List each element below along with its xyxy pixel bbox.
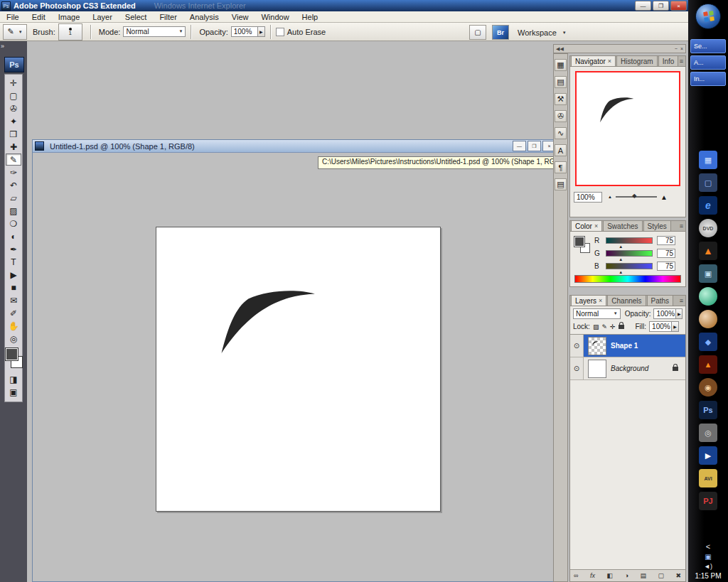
menu-analysis[interactable]: Analysis [183, 12, 225, 22]
mode-select[interactable]: Normal ▼ [123, 26, 186, 37]
menu-help[interactable]: Help [296, 12, 325, 22]
pen-tool[interactable]: ✒ [6, 243, 21, 255]
visibility-eye-icon[interactable]: ⊙ [570, 335, 584, 357]
layer-style-icon[interactable]: fx [590, 572, 595, 579]
tool-presets-panel-icon[interactable]: ⚒ [555, 93, 567, 105]
lock-transparency-icon[interactable]: ▨ [593, 323, 599, 330]
zoom-tool[interactable]: ◎ [6, 333, 21, 345]
doc-minimize-button[interactable]: — [513, 141, 526, 151]
menu-filter[interactable]: Filter [153, 12, 183, 22]
start-button[interactable] [695, 4, 721, 29]
move-tool[interactable]: ✛ [6, 77, 21, 89]
tray-chevron-icon[interactable]: < [706, 542, 710, 551]
green-orb-icon[interactable] [699, 287, 717, 306]
layer-thumbnail[interactable] [588, 337, 606, 355]
dock-close-icon[interactable]: × [680, 46, 683, 51]
blue-slider-thumb[interactable]: ▲ [619, 270, 623, 274]
layers-opacity-input[interactable]: 100% [653, 308, 676, 319]
tab-paths[interactable]: Paths [647, 295, 674, 306]
panel-menu-icon[interactable]: ≡ [680, 58, 683, 65]
tab-swatches[interactable]: Swatches [603, 220, 642, 231]
layer-name[interactable]: Shape 1 [611, 342, 638, 350]
cd-stack-icon[interactable]: ◎ [699, 424, 717, 442]
visibility-eye-icon[interactable]: ⊙ [570, 357, 584, 379]
panel-menu-icon[interactable]: ≡ [680, 222, 683, 230]
fill-spinner-icon[interactable]: ▶ [672, 321, 679, 332]
app-titlebar[interactable]: Ps Adobe Photoshop CS3 Extended Windows … [0, 0, 688, 11]
layer-thumbnail[interactable] [588, 360, 606, 378]
foreground-color-swatch[interactable] [574, 237, 584, 247]
close-tab-icon[interactable]: × [599, 297, 602, 304]
blur-tool[interactable]: ❍ [6, 217, 21, 230]
character-panel-icon[interactable]: A [555, 144, 567, 156]
taskbar-button-instructions[interactable]: In... [690, 72, 726, 86]
color-spectrum-ramp[interactable] [574, 275, 681, 283]
navigator-proxy-view[interactable] [575, 71, 680, 186]
curves-panel-icon[interactable]: ∿ [555, 127, 567, 139]
dvd-drive-icon[interactable]: DVD [699, 219, 717, 237]
new-layer-icon[interactable]: ▢ [658, 572, 664, 579]
screen-mode-icon[interactable]: ▣ [6, 386, 21, 398]
brush-preset-picker[interactable]: 1 [58, 23, 82, 41]
tab-histogram[interactable]: Histogram [616, 55, 658, 66]
fill-input[interactable]: 100% [649, 321, 672, 332]
quick-mask-icon[interactable]: ◨ [6, 373, 21, 385]
brushes-panel-icon[interactable]: ▦ [555, 59, 567, 71]
blue-slider[interactable]: ▲ [606, 263, 653, 269]
menu-layer[interactable]: Layer [86, 12, 119, 22]
close-button[interactable]: × [670, 1, 687, 11]
lock-position-icon[interactable]: ✛ [610, 323, 616, 330]
delete-layer-icon[interactable]: ✖ [675, 572, 681, 579]
blue-value[interactable]: 75 [657, 262, 675, 271]
foreground-color-swatch[interactable] [6, 348, 18, 360]
layers-opacity-spinner-icon[interactable]: ▶ [676, 308, 682, 319]
clone-stamp-tool[interactable]: ✑ [6, 166, 21, 178]
tab-styles[interactable]: Styles [643, 220, 671, 231]
minimize-button[interactable]: — [635, 1, 651, 11]
panel-menu-icon[interactable]: ≡ [680, 297, 683, 304]
spot-healing-brush-tool[interactable]: ✚ [6, 141, 21, 153]
go-to-bridge-icon[interactable]: Br [492, 25, 509, 40]
zoom-percent-input[interactable]: 100% [574, 192, 602, 203]
volume-icon[interactable]: ◄) [704, 563, 712, 570]
pictures-icon[interactable]: ▣ [699, 264, 717, 283]
green-slider[interactable]: ▲ [606, 250, 653, 257]
close-tab-icon[interactable]: × [594, 222, 598, 230]
red-value[interactable]: 75 [657, 236, 675, 245]
taskbar-button-search[interactable]: Se... [690, 39, 726, 53]
menu-file[interactable]: File [0, 12, 26, 22]
palette-well-toggle-icon[interactable]: ▢ [469, 25, 486, 40]
tray-display-icon[interactable]: ▣ [705, 553, 711, 561]
zoom-in-icon[interactable]: ▲ [660, 193, 668, 201]
histogram-panel-icon[interactable]: ✇ [555, 110, 567, 122]
menu-window[interactable]: Window [255, 12, 295, 22]
paragraph-panel-icon[interactable]: ¶ [555, 161, 567, 173]
dock-minimize-icon[interactable]: − [675, 46, 678, 51]
layer-comps-panel-icon[interactable]: ▤ [555, 76, 567, 88]
collapse-dock-icon[interactable]: ◀◀ [556, 46, 564, 52]
taskbar-button-photoshop[interactable]: A... [690, 55, 726, 70]
path-selection-tool[interactable]: ▶ [6, 269, 21, 281]
opacity-input[interactable]: 100% [231, 26, 258, 37]
history-brush-tool[interactable]: ↶ [6, 179, 21, 191]
media-player-icon[interactable]: ▶ [699, 446, 717, 465]
tool-preset-picker[interactable]: ✎ ▼ [3, 24, 27, 40]
display-settings-icon[interactable]: ▢ [699, 173, 717, 192]
hand-tool[interactable]: ✋ [6, 320, 21, 332]
add-mask-icon[interactable]: ◧ [606, 572, 613, 579]
document-titlebar[interactable]: Untitled-1.psd @ 100% (Shape 1, RGB/8) —… [33, 140, 558, 153]
opacity-spinner-icon[interactable]: ▶ [258, 26, 265, 37]
red-slider[interactable]: ▲ [606, 237, 653, 244]
link-layers-icon[interactable]: ∞ [574, 572, 578, 579]
lock-image-icon[interactable]: ✎ [601, 323, 607, 330]
pencil-tool[interactable]: ✎ [6, 153, 21, 166]
doc-restore-button[interactable]: ❐ [528, 141, 541, 151]
eyedropper-tool[interactable]: ✐ [6, 307, 21, 319]
dodge-tool[interactable]: ◐ [6, 230, 21, 242]
pj64-icon[interactable]: PJ [699, 492, 717, 510]
green-value[interactable]: 75 [657, 249, 675, 258]
tab-layers[interactable]: Layers × [571, 295, 606, 306]
network-places-icon[interactable]: ▦ [699, 151, 717, 169]
lasso-tool[interactable]: ✇ [6, 102, 21, 114]
menu-image[interactable]: Image [52, 12, 87, 22]
